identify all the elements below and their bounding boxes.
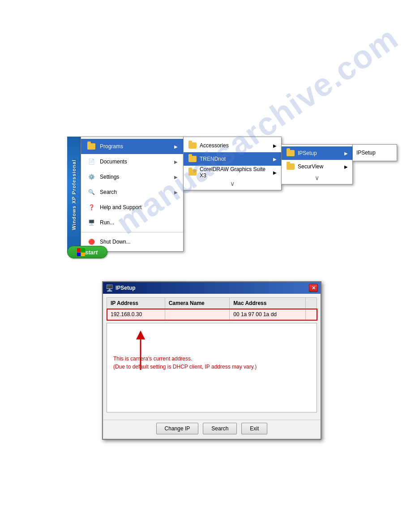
programs-arrow: ▶ bbox=[174, 144, 178, 149]
coreldraw-icon bbox=[188, 168, 197, 177]
dialog-body: IP Address Camera Name Mac Address 192.1… bbox=[103, 294, 321, 420]
dialog-title-icon: 🖥️ bbox=[106, 284, 113, 292]
start-button[interactable]: start bbox=[67, 246, 107, 258]
start-menu-items: Programs ▶ 📄 Documents ▶ ⚙️ Settings ▶ 🔍… bbox=[81, 137, 183, 251]
menu-item-programs[interactable]: Programs ▶ bbox=[81, 139, 183, 154]
xp-sidebar-bar: Windows XP Professional bbox=[67, 137, 81, 253]
menu-item-help-label: Help and Support bbox=[100, 204, 178, 210]
run-icon: 🖥️ bbox=[86, 218, 96, 227]
documents-icon: 📄 bbox=[86, 157, 96, 167]
ipsetup-folder-icon bbox=[286, 149, 295, 158]
ipsetup-arrow: ▶ bbox=[344, 151, 348, 156]
programs-submenu: Accessories ▶ TRENDnot ▶ CorelDRAW Graph… bbox=[183, 137, 282, 190]
submenu-accessories-label: Accessories bbox=[200, 142, 273, 149]
menu-item-run[interactable]: 🖥️ Run... bbox=[81, 215, 183, 230]
trendnet-arrow: ▶ bbox=[273, 157, 277, 162]
menu-item-documents[interactable]: 📄 Documents ▶ bbox=[81, 154, 183, 169]
menu-separator bbox=[81, 232, 183, 232]
trendnet-securview-item[interactable]: SecurView ▶ bbox=[282, 160, 352, 173]
trendnet-ipsetup-item[interactable]: IPSetup ▶ bbox=[282, 146, 352, 160]
xp-logo-green bbox=[81, 248, 85, 252]
accessories-icon bbox=[188, 141, 197, 150]
xp-logo-red bbox=[77, 248, 81, 252]
annotation-text: This is camera's current address. (Due t… bbox=[113, 355, 257, 371]
search-arrow: ▶ bbox=[174, 190, 178, 195]
ipsetup-final-submenu: IPSetup bbox=[352, 144, 397, 161]
start-menu-panel: Programs ▶ 📄 Documents ▶ ⚙️ Settings ▶ 🔍… bbox=[81, 137, 184, 252]
menu-item-search-label: Search bbox=[100, 189, 174, 195]
submenu-more: ∨ bbox=[184, 179, 281, 188]
table-header-camera: Camera Name bbox=[165, 298, 230, 309]
table-cell-camera bbox=[165, 309, 230, 320]
trendnet-icon bbox=[188, 154, 197, 163]
dialog-title-left: 🖥️ IPSetup bbox=[106, 284, 136, 292]
table-header-mac: Mac Address bbox=[230, 298, 305, 309]
annotation-line1: This is camera's current address. bbox=[113, 355, 257, 363]
trendnet-submenu: IPSetup ▶ SecurView ▶ ∨ bbox=[281, 144, 353, 184]
exit-button[interactable]: Exit bbox=[241, 423, 267, 434]
trendnet-securview-label: SecurView bbox=[298, 163, 344, 170]
xp-sidebar-text: Windows XP Professional bbox=[71, 159, 77, 230]
ipsetup-final-item[interactable]: IPSetup bbox=[353, 146, 397, 159]
search-icon: 🔍 bbox=[86, 187, 96, 197]
ipsetup-final-label: IPSetup bbox=[356, 150, 376, 156]
menu-item-search[interactable]: 🔍 Search ▶ bbox=[81, 184, 183, 200]
dialog-footer: Change IP Search Exit bbox=[103, 420, 321, 439]
securview-arrow: ▶ bbox=[344, 164, 348, 169]
xp-logo bbox=[77, 248, 85, 256]
table-cell-mac: 00 1a 97 00 1a dd bbox=[230, 309, 305, 320]
table-header-extra bbox=[305, 298, 317, 309]
accessories-arrow: ▶ bbox=[273, 143, 277, 148]
menu-item-run-label: Run... bbox=[100, 219, 178, 226]
programs-icon bbox=[86, 142, 96, 151]
start-button-text: start bbox=[85, 249, 98, 256]
submenu-trendnet[interactable]: TRENDnot ▶ bbox=[184, 152, 281, 166]
submenu-accessories[interactable]: Accessories ▶ bbox=[184, 139, 281, 152]
menu-item-programs-label: Programs bbox=[100, 143, 174, 150]
table-row: 192.168.0.30 00 1a 97 00 1a dd bbox=[107, 309, 317, 320]
table-cell-ip: 192.168.0.30 bbox=[107, 309, 165, 320]
menu-item-shutdown-label: Shut Down... bbox=[100, 239, 178, 245]
dialog-close-button[interactable]: ✕ bbox=[309, 284, 318, 292]
annotation-line2: (Due to default setting is DHCP client, … bbox=[113, 363, 257, 371]
settings-icon: ⚙️ bbox=[86, 172, 96, 182]
dialog-content-area: This is camera's current address. (Due t… bbox=[107, 323, 317, 412]
change-ip-button[interactable]: Change IP bbox=[156, 423, 199, 434]
dialog-titlebar: 🖥️ IPSetup ✕ bbox=[103, 282, 321, 294]
menu-item-documents-label: Documents bbox=[100, 159, 174, 165]
documents-arrow: ▶ bbox=[174, 159, 178, 164]
submenu-coreldraw-label: CorelDRAW Graphics Suite X3 bbox=[200, 166, 273, 179]
securview-folder-icon bbox=[286, 162, 295, 171]
xp-logo-blue bbox=[77, 253, 81, 257]
trendnet-ipsetup-label: IPSetup bbox=[298, 150, 344, 156]
menu-item-settings-label: Settings bbox=[100, 174, 174, 180]
submenu-trendnet-label: TRENDnot bbox=[200, 156, 273, 162]
table-cell-extra bbox=[305, 309, 317, 320]
settings-arrow: ▶ bbox=[174, 175, 178, 180]
trendnet-submenu-more: ∨ bbox=[282, 173, 352, 182]
shutdown-icon: 🔴 bbox=[86, 237, 96, 247]
menu-item-settings[interactable]: ⚙️ Settings ▶ bbox=[81, 169, 183, 184]
ipsetup-dialog: 🖥️ IPSetup ✕ IP Address Camera Name Mac … bbox=[102, 281, 321, 440]
coreldraw-arrow: ▶ bbox=[273, 170, 277, 175]
dialog-title-text: IPSetup bbox=[116, 285, 136, 291]
table-header-ip: IP Address bbox=[107, 298, 165, 309]
search-button[interactable]: Search bbox=[203, 423, 237, 434]
svg-marker-1 bbox=[136, 330, 145, 339]
menu-item-help[interactable]: ❓ Help and Support bbox=[81, 200, 183, 215]
xp-logo-yellow bbox=[81, 253, 85, 257]
help-icon: ❓ bbox=[86, 202, 96, 212]
submenu-coreldraw[interactable]: CorelDRAW Graphics Suite X3 ▶ bbox=[184, 166, 281, 179]
ipsetup-table: IP Address Camera Name Mac Address 192.1… bbox=[107, 297, 317, 320]
